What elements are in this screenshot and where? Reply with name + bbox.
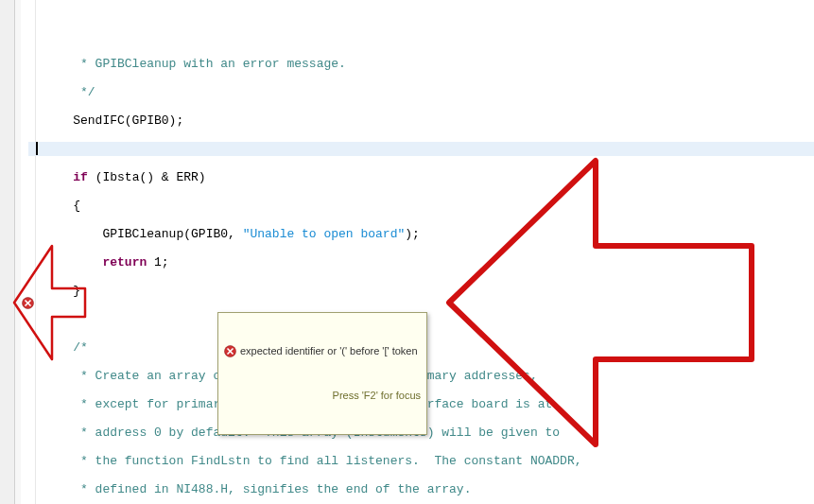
code-text: * GPIBCleanup with an error message. (43, 57, 346, 71)
keyword-if: if (73, 170, 88, 184)
comment: * the function FindLstn to find all list… (43, 454, 582, 468)
current-line-highlight (28, 142, 814, 156)
code-text: (Ibsta() & ERR) (88, 170, 206, 184)
code-text (43, 312, 51, 326)
code-text: 1; (147, 255, 168, 269)
vertical-scrollbar[interactable] (0, 0, 15, 504)
gutter[interactable] (21, 0, 36, 504)
tooltip-message: expected identifier or '(' before '[' to… (240, 344, 418, 358)
error-icon (224, 345, 236, 357)
comment: /* (43, 340, 88, 355)
editor-area: * GPIBCleanup with an error message. */ … (0, 0, 814, 504)
error-tooltip[interactable]: expected identifier or '(' before '[' to… (217, 312, 427, 435)
code-text: } (43, 284, 80, 298)
tooltip-hint: Press 'F2' for focus (224, 389, 421, 403)
code-text: */ (43, 85, 95, 99)
keyword-return: return (102, 255, 147, 269)
code-text: GPIBCleanup(GPIB0, (43, 227, 243, 241)
code-text: { (43, 199, 80, 213)
string-literal: "Unable to open board" (243, 227, 406, 241)
error-icon (22, 297, 34, 309)
comment: * defined in NI488.H, signifies the end … (43, 482, 471, 496)
code-pane[interactable]: * GPIBCleanup with an error message. */ … (36, 0, 814, 504)
code-text: ); (405, 227, 420, 241)
code-text: SendIFC(GPIB0); (43, 113, 183, 128)
text-cursor (36, 142, 38, 155)
error-marker[interactable] (22, 297, 34, 309)
